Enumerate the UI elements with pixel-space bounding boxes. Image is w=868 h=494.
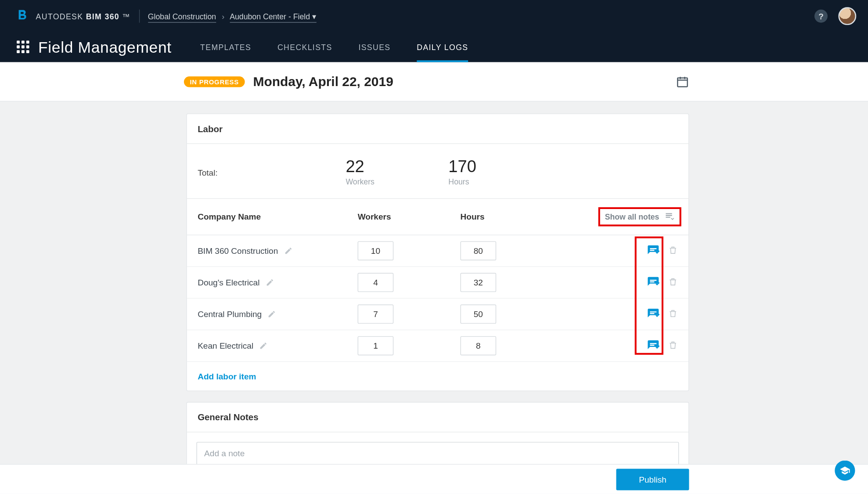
workers-input[interactable]: [358, 336, 394, 356]
labor-columns-header: Company Name Workers Hours Show all note…: [187, 199, 688, 235]
col-company: Company Name: [198, 212, 357, 222]
tab-issues[interactable]: ISSUES: [358, 32, 390, 62]
workers-cell: [358, 273, 461, 292]
labor-body: BIM 360 Construction: [187, 235, 688, 362]
row-actions: [647, 276, 678, 289]
publish-button[interactable]: Publish: [616, 469, 689, 490]
company-name: BIM 360 Construction: [198, 246, 278, 256]
workers-input[interactable]: [358, 273, 394, 292]
trash-icon[interactable]: [668, 277, 678, 288]
hours-cell: [461, 336, 580, 356]
edit-icon[interactable]: [259, 342, 268, 350]
company-name: Kean Electrical: [198, 341, 253, 351]
tab-daily-logs[interactable]: DAILY LOGS: [417, 32, 468, 62]
table-row: BIM 360 Construction: [187, 235, 688, 267]
top-nav-row1: AUTODESK BIM 360 ™ Global Construction ›…: [17, 0, 856, 32]
top-nav-row2: Field Management TEMPLATES CHECKLISTS IS…: [17, 32, 856, 62]
row-actions: [647, 244, 678, 257]
hours-cell: [461, 305, 580, 324]
labor-totals: Total: 22 Workers 170 Hours: [187, 144, 688, 199]
expand-notes-icon: [664, 211, 674, 222]
separator: [139, 10, 139, 23]
company-name: Central Plumbing: [198, 309, 262, 319]
col-hours: Hours: [461, 212, 580, 222]
workers-cell: [358, 305, 461, 324]
hours-input[interactable]: [461, 305, 497, 324]
labor-card: Labor Total: 22 Workers 170 Hours Compan…: [186, 113, 689, 391]
company-cell: Kean Electrical: [198, 341, 357, 351]
edit-icon[interactable]: [268, 310, 276, 318]
hours-input[interactable]: [461, 241, 497, 260]
edit-icon[interactable]: [266, 278, 274, 287]
bottom-bar: Publish: [0, 464, 868, 494]
hours-cell: [461, 273, 580, 292]
top-nav-right: ?: [814, 7, 856, 25]
top-nav: AUTODESK BIM 360 ™ Global Construction ›…: [0, 0, 868, 62]
product-name: AUTODESK BIM 360 ™: [36, 12, 131, 21]
breadcrumb-project-label: Audubon Center - Field: [230, 12, 310, 21]
labor-header: Labor: [187, 114, 688, 144]
total-hours: 170 Hours: [448, 158, 551, 186]
page-title: Field Management: [38, 38, 172, 56]
note-icon[interactable]: [647, 276, 660, 289]
trash-icon[interactable]: [668, 309, 678, 319]
date-bar: IN PROGRESS Monday, April 22, 2019: [0, 62, 868, 101]
row-actions: [647, 307, 678, 321]
total-workers: 22 Workers: [346, 158, 448, 186]
table-row: Doug's Electrical: [187, 267, 688, 299]
breadcrumb-sep: ›: [222, 12, 224, 21]
row-actions: [647, 339, 678, 352]
workers-cell: [358, 241, 461, 260]
notes-header: General Notes: [187, 403, 688, 433]
breadcrumb-project[interactable]: Audubon Center - Field ▾: [230, 12, 316, 22]
edit-icon[interactable]: [284, 247, 292, 255]
brand-bold: BIM 360: [86, 12, 119, 21]
main-content: Labor Total: 22 Workers 170 Hours Compan…: [0, 101, 868, 494]
col-workers: Workers: [358, 212, 461, 222]
total-label: Total:: [198, 167, 346, 177]
tabs: TEMPLATES CHECKLISTS ISSUES DAILY LOGS: [200, 32, 468, 62]
workers-input[interactable]: [358, 241, 394, 260]
brand-thin: AUTODESK: [36, 12, 83, 21]
hours-input[interactable]: [461, 273, 497, 292]
company-cell: Doug's Electrical: [198, 278, 357, 287]
workers-cell: [358, 336, 461, 356]
trash-icon[interactable]: [668, 245, 678, 256]
learning-fab-icon[interactable]: [835, 461, 855, 481]
total-hours-value: 170: [448, 158, 551, 175]
show-all-notes-button[interactable]: Show all notes: [598, 207, 681, 227]
note-icon[interactable]: [647, 339, 660, 352]
table-row: Central Plumbing: [187, 299, 688, 330]
breadcrumb: Global Construction › Audubon Center - F…: [148, 12, 317, 21]
note-icon[interactable]: [647, 307, 660, 321]
col-actions: Show all notes: [598, 207, 678, 227]
show-all-notes-label: Show all notes: [605, 212, 659, 221]
status-badge: IN PROGRESS: [184, 76, 245, 87]
note-icon[interactable]: [647, 244, 660, 257]
total-workers-sub: Workers: [346, 177, 448, 186]
tab-checklists[interactable]: CHECKLISTS: [277, 32, 332, 62]
table-row: Kean Electrical: [187, 330, 688, 362]
calendar-icon[interactable]: [676, 75, 689, 88]
app-switcher-icon[interactable]: [17, 40, 30, 54]
total-hours-sub: Hours: [448, 177, 551, 186]
hours-cell: [461, 241, 580, 260]
brand-logo-icon: [17, 9, 29, 23]
add-labor-item-button[interactable]: Add labor item: [187, 362, 267, 390]
total-workers-value: 22: [346, 158, 448, 175]
hours-input[interactable]: [461, 336, 497, 356]
company-cell: BIM 360 Construction: [198, 246, 357, 256]
avatar[interactable]: [838, 7, 856, 25]
workers-input[interactable]: [358, 305, 394, 324]
breadcrumb-account[interactable]: Global Construction: [148, 12, 216, 22]
company-name: Doug's Electrical: [198, 278, 259, 287]
tab-templates[interactable]: TEMPLATES: [200, 32, 251, 62]
chevron-down-icon: ▾: [312, 12, 317, 21]
svg-rect-0: [677, 78, 687, 87]
date-text: Monday, April 22, 2019: [253, 74, 393, 89]
company-cell: Central Plumbing: [198, 309, 357, 319]
trash-icon[interactable]: [668, 340, 678, 351]
help-icon[interactable]: ?: [814, 10, 828, 23]
